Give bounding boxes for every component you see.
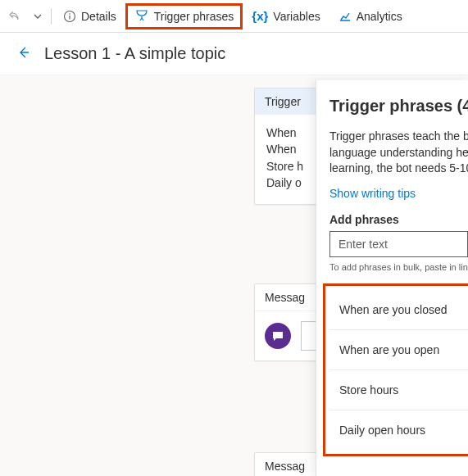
variables-button[interactable]: {x} Variables	[243, 4, 328, 28]
back-button[interactable]	[16, 45, 31, 62]
trigger-phrases-label: Trigger phrases	[154, 10, 234, 23]
svg-rect-1	[69, 16, 70, 20]
separator	[51, 8, 52, 25]
chat-icon	[265, 323, 291, 349]
info-icon	[63, 10, 76, 23]
analytics-label: Analytics	[357, 10, 402, 23]
page-title: Lesson 1 - A simple topic	[44, 44, 225, 63]
add-phrase-input[interactable]	[329, 231, 468, 257]
dropdown-button[interactable]	[28, 7, 48, 26]
toolbar: Details Trigger phrases {x} Variables An…	[0, 0, 468, 33]
svg-point-2	[69, 13, 70, 15]
analytics-icon	[339, 10, 352, 23]
bulk-hint: To add phrases in bulk, paste in line-se…	[329, 262, 468, 272]
title-row: Lesson 1 - A simple topic	[0, 33, 468, 75]
phrase-item[interactable]: When are you open	[329, 329, 468, 369]
trigger-phrases-panel: Trigger phrases (4) Trigger phrases teac…	[316, 80, 468, 476]
add-phrases-label: Add phrases	[329, 213, 468, 226]
phrase-list: When are you closed When are you open St…	[329, 290, 468, 450]
phrase-item[interactable]: Daily open hours	[329, 410, 468, 450]
panel-title: Trigger phrases (4)	[329, 97, 468, 116]
arrow-left-icon	[16, 45, 31, 60]
trigger-icon	[134, 9, 149, 24]
details-button[interactable]: Details	[55, 5, 125, 28]
details-label: Details	[81, 10, 116, 23]
phrase-item[interactable]: When are you closed	[329, 290, 468, 329]
undo-button[interactable]	[3, 5, 26, 28]
variables-icon: {x}	[252, 9, 268, 23]
variables-label: Variables	[273, 10, 320, 23]
panel-description: Trigger phrases teach the bot language u…	[329, 129, 468, 177]
phrase-item[interactable]: Store hours	[329, 369, 468, 410]
trigger-phrases-button[interactable]: Trigger phrases	[126, 4, 243, 29]
analytics-button[interactable]: Analytics	[330, 5, 411, 28]
writing-tips-link[interactable]: Show writing tips	[329, 187, 416, 200]
